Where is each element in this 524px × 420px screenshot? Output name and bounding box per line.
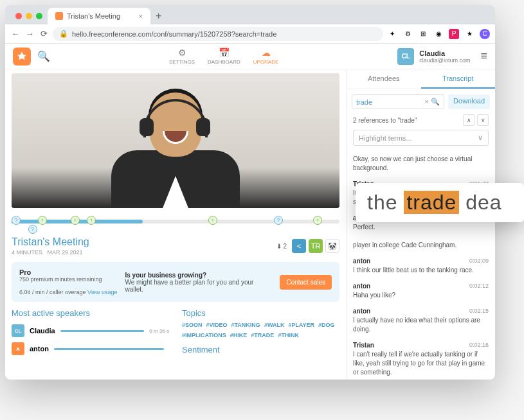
timeline-marker[interactable]: +	[71, 216, 80, 225]
topic-tag[interactable]: #THINK	[278, 332, 299, 338]
hamburger-icon[interactable]: ≡	[480, 49, 487, 63]
share-button[interactable]: <	[292, 239, 306, 253]
timeline-marker[interactable]: +	[38, 216, 47, 225]
transcript-text: Haha you like?	[353, 291, 489, 300]
back-icon[interactable]: ←	[10, 29, 21, 39]
topic-tag[interactable]: #WALK	[264, 322, 285, 328]
speaker-row[interactable]: Aanton	[12, 340, 169, 358]
download-link[interactable]: Download	[448, 94, 490, 109]
sidebar: Attendees Transcript trade × 🔍 Download …	[346, 69, 495, 380]
topic-tag[interactable]: #PLAYER	[288, 322, 314, 328]
calendar-icon: 📅	[219, 48, 230, 58]
ref-prev-button[interactable]: ∧	[463, 114, 474, 126]
lock-icon: 🔒	[59, 30, 68, 38]
transcript-time: 0:02:16	[469, 342, 489, 349]
nav-dashboard[interactable]: 📅DASHBOARD	[203, 45, 246, 67]
timeline-marker[interactable]: ?	[12, 216, 21, 225]
tab-transcript[interactable]: Transcript	[421, 69, 496, 89]
main-pane: ? + + + ? + ? + Tristan's Meeting 4 MINU…	[5, 69, 346, 380]
ext-icon[interactable]: ★	[464, 29, 474, 39]
topics-heading: Topics	[182, 308, 339, 318]
transcript-text: player in college Cade Cunningham.	[353, 241, 489, 250]
ref-next-button[interactable]: ∨	[477, 114, 489, 126]
user-name: Claudia	[419, 49, 470, 57]
tab-close-icon[interactable]: ×	[139, 12, 143, 20]
speaker-duration: 0 m 36 s	[149, 328, 169, 334]
tab-attendees[interactable]: Attendees	[347, 69, 421, 89]
transcript-item[interactable]: anton0:02:12Haha you like?	[353, 279, 489, 304]
reference-count: 2 references to "trade"	[353, 117, 417, 124]
ext-icon[interactable]: P	[449, 29, 459, 39]
transcript-item[interactable]: player in college Cade Cunningham.	[353, 236, 489, 254]
topic-tag[interactable]: #TRADE	[251, 332, 274, 338]
browser-address-bar: ← → ⟳ 🔒 hello.freeconference.com/conf/su…	[5, 24, 495, 44]
transcript-text: I actually have no idea what their optio…	[353, 316, 489, 334]
url-text: hello.freeconference.com/conf/summary/15…	[72, 30, 276, 38]
profile-icon[interactable]: C	[480, 29, 490, 39]
search-highlight-popup: the trade dea	[356, 183, 524, 222]
overage-rate: 6.0¢ / min / caller overage	[19, 289, 86, 295]
nav-settings[interactable]: ⚙SETTINGS	[164, 45, 200, 67]
view-usage-link[interactable]: View usage	[87, 289, 117, 295]
meeting-title: Tristan's Meeting	[12, 236, 89, 248]
topic-tag[interactable]: #VIDEO	[206, 322, 228, 328]
topic-tag[interactable]: #IMPLICATIONS	[182, 332, 226, 338]
url-field[interactable]: 🔒 hello.freeconference.com/conf/summary/…	[53, 27, 383, 41]
transcript-time: 0:02:09	[469, 258, 489, 265]
gear-icon: ⚙	[178, 48, 186, 58]
transcript-item[interactable]: anton0:02:15I actually have no idea what…	[353, 304, 489, 338]
promo-question: Is your business growing?	[125, 272, 206, 279]
transcript-speaker: anton	[353, 283, 370, 290]
sentiment-heading: Sentiment	[182, 345, 339, 354]
window-maximize[interactable]	[36, 13, 42, 19]
speaker-name: Claudia	[30, 327, 55, 335]
contact-sales-button[interactable]: Contact sales	[280, 275, 332, 290]
timeline-marker[interactable]: ?	[28, 225, 37, 234]
avatar: CL	[12, 324, 24, 337]
topic-tag[interactable]: #HIKE	[230, 332, 248, 338]
highlight-select[interactable]: Highlight terms... ∨	[353, 130, 489, 146]
window-close[interactable]	[15, 13, 22, 19]
ext-icon[interactable]: ⚙	[402, 29, 413, 39]
user-menu[interactable]: CL Claudia claudia@iotum.com ≡	[397, 48, 487, 65]
transcript-speaker: anton	[353, 308, 370, 315]
app-logo[interactable]	[13, 48, 31, 66]
timeline-marker[interactable]: ?	[274, 216, 283, 225]
speaker-row[interactable]: CLClaudia0 m 36 s	[12, 322, 169, 340]
promo-sub: We might have a better plan for you and …	[125, 279, 253, 293]
timeline[interactable]: ? + + + ? + ? +	[12, 212, 339, 231]
new-tab-button[interactable]: +	[150, 10, 167, 24]
transcript-item[interactable]: Okay, so now we can just choose a virtua…	[353, 150, 489, 177]
timeline-marker[interactable]: +	[208, 216, 217, 225]
browser-tab[interactable]: Tristan's Meeting ×	[48, 8, 150, 24]
transcript-search-input[interactable]: trade × 🔍	[352, 94, 444, 109]
app-header: 🔍 ⚙SETTINGS 📅DASHBOARD ☁UPGRADE CL Claud…	[5, 44, 495, 69]
topic-tag[interactable]: #SOON	[182, 322, 203, 328]
chevron-down-icon: ∨	[478, 134, 483, 142]
ext-icon[interactable]: ◉	[433, 29, 444, 39]
transcript-text: Okay, so now we can just choose a virtua…	[353, 155, 489, 173]
search-icon[interactable]: 🔍	[37, 50, 50, 62]
ext-icon[interactable]: ✦	[387, 29, 397, 39]
topic-tag[interactable]: #DOG	[318, 322, 335, 328]
transcript-item[interactable]: Tristan0:02:16I can't really tell if we'…	[353, 338, 489, 380]
avatar: A	[12, 342, 24, 355]
transcript-text: Perfect.	[353, 223, 489, 232]
speaker-name: anton	[30, 345, 49, 353]
clear-icon[interactable]: × 🔍	[425, 98, 440, 106]
window-minimize[interactable]	[26, 13, 32, 19]
forward-icon[interactable]: →	[24, 29, 35, 39]
browser-tabbar: Tristan's Meeting × +	[5, 5, 495, 24]
transcript-item[interactable]: anton0:02:09I think our little beat us t…	[353, 254, 489, 279]
promo-banner: Pro 750 premium minutes remaining 6.0¢ /…	[12, 262, 339, 302]
emoji-button[interactable]: 🐼	[325, 239, 339, 253]
transcript-speaker: anton	[353, 258, 370, 265]
ext-icon[interactable]: ⊞	[418, 29, 428, 39]
reload-icon[interactable]: ⟳	[39, 29, 49, 39]
tr-badge[interactable]: TR	[309, 239, 323, 253]
tab-title: Tristan's Meeting	[67, 12, 120, 20]
user-email: claudia@iotum.com	[419, 57, 470, 64]
video-thumbnail[interactable]	[12, 73, 339, 208]
topic-tag[interactable]: #TANKING	[231, 322, 260, 328]
nav-upgrade[interactable]: ☁UPGRADE	[248, 45, 284, 67]
